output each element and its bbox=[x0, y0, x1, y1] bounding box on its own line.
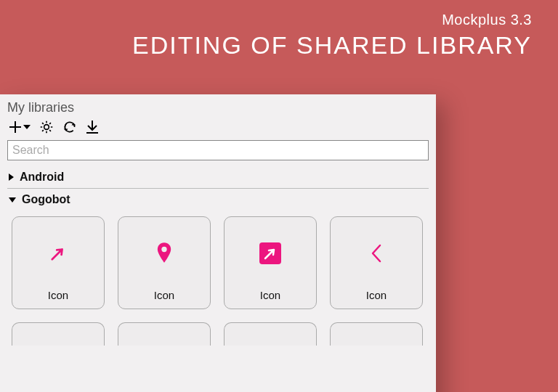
section-gogobot: Gogobot Icon Icon Icon bbox=[7, 189, 429, 350]
hero-version: Mockplus 3.3 bbox=[132, 12, 532, 28]
library-item[interactable]: Icon bbox=[118, 216, 211, 309]
section-android: Android bbox=[7, 166, 429, 189]
hero-banner: Mockplus 3.3 EDITING OF SHARED LIBRARY bbox=[132, 12, 532, 60]
libraries-panel: My libraries bbox=[0, 94, 436, 392]
library-item-label: Icon bbox=[154, 289, 174, 301]
library-item-label: Icon bbox=[366, 289, 387, 301]
chevron-left-icon bbox=[331, 217, 422, 289]
svg-marker-2 bbox=[23, 125, 31, 129]
search-input[interactable] bbox=[12, 144, 424, 157]
square-arrow-icon bbox=[225, 217, 316, 289]
hero-title: EDITING OF SHARED LIBRARY bbox=[132, 31, 532, 60]
search-field[interactable] bbox=[7, 140, 429, 160]
library-item[interactable]: Icon bbox=[224, 216, 317, 309]
library-item[interactable] bbox=[330, 322, 423, 346]
arrow-ne-icon bbox=[12, 217, 104, 289]
section-android-name: Android bbox=[20, 171, 64, 184]
plus-icon bbox=[9, 121, 22, 134]
library-item-label: Icon bbox=[260, 289, 280, 301]
section-gogobot-name: Gogobot bbox=[22, 193, 70, 206]
add-button[interactable] bbox=[9, 121, 31, 134]
panel-title: My libraries bbox=[7, 100, 429, 115]
library-item[interactable]: Icon bbox=[12, 216, 105, 309]
toolbar bbox=[7, 120, 429, 134]
section-gogobot-header[interactable]: Gogobot bbox=[9, 193, 427, 206]
download-button[interactable] bbox=[86, 120, 99, 134]
triangle-down-icon bbox=[9, 197, 16, 203]
library-item-label: Icon bbox=[48, 289, 68, 301]
refresh-button[interactable] bbox=[62, 120, 77, 134]
library-item[interactable] bbox=[118, 322, 211, 346]
svg-point-8 bbox=[161, 246, 166, 251]
section-android-header[interactable]: Android bbox=[9, 171, 427, 184]
icon-grid: Icon Icon Icon Icon bbox=[9, 216, 427, 309]
chevron-down-icon bbox=[23, 123, 31, 131]
gear-icon bbox=[39, 120, 54, 134]
settings-button[interactable] bbox=[39, 120, 54, 134]
pin-icon bbox=[118, 217, 210, 289]
refresh-icon bbox=[62, 120, 77, 134]
library-item[interactable]: Icon bbox=[330, 216, 423, 309]
library-item[interactable] bbox=[12, 322, 105, 346]
download-icon bbox=[86, 120, 99, 134]
library-item[interactable] bbox=[224, 322, 317, 346]
triangle-right-icon bbox=[9, 173, 14, 181]
icon-grid-row2 bbox=[9, 322, 427, 346]
